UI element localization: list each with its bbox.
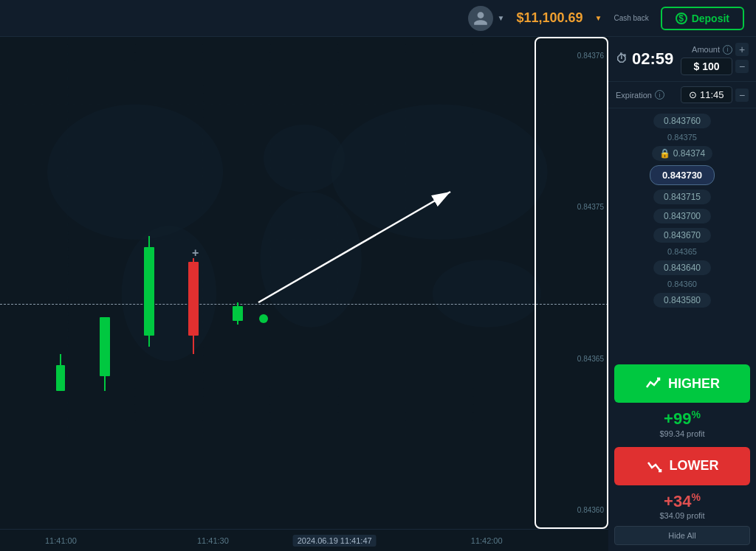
timer-icon: ⏱ (616, 52, 628, 66)
price-pill-active[interactable]: 0.843730 (650, 165, 715, 185)
amount-plus-button[interactable]: + (735, 43, 749, 56)
amount-minus-button[interactable]: − (735, 60, 749, 73)
svg-rect-26 (188, 262, 199, 336)
lower-profit-amount: $34.09 profit (608, 511, 756, 520)
balance-dropdown-arrow: ▼ (595, 14, 602, 22)
amount-label: Amount (692, 45, 720, 54)
timer-amount-section: ⏱ 02:59 Amount i + $ 100 − (608, 37, 756, 82)
price-level-scale-3: 0.84360 (608, 277, 756, 291)
price-level-item-2[interactable]: 0.843715 (608, 187, 756, 207)
price-pill-3[interactable]: 0.843700 (653, 209, 711, 223)
higher-chart-icon (645, 375, 662, 392)
price-pill-2[interactable]: 0.843715 (653, 190, 711, 204)
svg-line-32 (258, 192, 450, 302)
deposit-label: Deposit (692, 13, 729, 24)
amount-section: Amount i + $ 100 − (681, 43, 749, 75)
expiration-label: Expiration (616, 91, 652, 100)
price-pill-4[interactable]: 0.843670 (653, 228, 711, 243)
price-level-item-4[interactable]: 0.843670 (608, 226, 756, 245)
price-level-scale-1: 0.84375 (608, 131, 756, 144)
time-label-4: 11:42:00 (471, 536, 503, 545)
svg-text:+: + (192, 246, 199, 259)
annotation-arrow (221, 170, 517, 317)
price-level-item-3[interactable]: 0.843700 (608, 207, 756, 226)
svg-rect-20 (56, 365, 65, 391)
user-icon (472, 10, 489, 27)
price-pill-5[interactable]: 0.843640 (653, 260, 711, 275)
higher-label: HIGHER (668, 376, 720, 392)
price-levels: 0.843760 0.84375 🔒 0.84374 0.843730 0.84… (608, 108, 756, 361)
time-label-2: 11:41:30 (197, 536, 229, 545)
chart-area: + 11:41:00 11:41:30 2024.06.19 11:41:47 … (0, 37, 608, 551)
expiration-minus-button[interactable]: − (735, 89, 749, 102)
svg-rect-24 (144, 247, 154, 336)
right-panel: ⏱ 02:59 Amount i + $ 100 − Expiration i … (608, 37, 756, 551)
expiration-value[interactable]: ⊙ 11:45 (681, 86, 732, 103)
higher-profit-percent: +99% (608, 409, 756, 429)
lower-chart-icon (646, 457, 664, 475)
expiration-section: Expiration i ⊙ 11:45 − (608, 82, 756, 108)
price-level-item-5[interactable]: 0.843640 (608, 258, 756, 277)
hide-all-button[interactable]: Hide All (614, 526, 750, 545)
profit-higher-section: +99% $99.34 profit (608, 406, 756, 443)
time-axis: 11:41:00 11:41:30 2024.06.19 11:41:47 11… (0, 529, 608, 551)
deposit-icon: $ (676, 13, 687, 24)
deposit-button[interactable]: $ Deposit (661, 7, 744, 30)
time-label-current: 2024.06.19 11:41:47 (293, 535, 377, 547)
balance-display: $11,100.69 (516, 10, 583, 26)
higher-profit-amount: $99.34 profit (608, 429, 756, 438)
user-profile[interactable]: ▼ (468, 6, 505, 31)
higher-button[interactable]: HIGHER (614, 364, 750, 403)
avatar (468, 6, 493, 31)
timer-display: ⏱ 02:59 (616, 49, 673, 69)
expiration-info-icon[interactable]: i (655, 90, 664, 100)
price-level-item-6[interactable]: 0.843580 (608, 291, 756, 310)
profit-lower-section: +34% $34.09 profit (608, 488, 756, 526)
price-level-scale-2: 0.84365 (608, 245, 756, 258)
cashback-label: Cash back (614, 14, 648, 23)
amount-value[interactable]: $ 100 (681, 58, 732, 75)
price-level-active[interactable]: 0.843730 (608, 163, 756, 187)
price-level-item[interactable]: 0.843760 (608, 111, 756, 131)
price-level-lock[interactable]: 🔒 0.84374 (608, 144, 756, 163)
profile-dropdown-arrow: ▼ (498, 14, 505, 22)
lower-button[interactable]: LOWER (614, 447, 750, 485)
amount-info-icon[interactable]: i (723, 45, 732, 55)
lock-icon: 🔒 (659, 148, 670, 159)
price-pill-lock[interactable]: 🔒 0.84374 (652, 146, 712, 161)
time-label-1: 11:41:00 (45, 536, 77, 545)
lower-profit-percent: +34% (608, 491, 756, 511)
svg-rect-22 (100, 317, 110, 376)
header: ▼ $11,100.69 ▼ Cash back $ Deposit (0, 0, 756, 37)
price-pill-6[interactable]: 0.843580 (653, 293, 711, 308)
timer-value: 02:59 (632, 49, 673, 69)
price-pill-1[interactable]: 0.843760 (653, 114, 711, 128)
lower-label: LOWER (670, 458, 719, 474)
